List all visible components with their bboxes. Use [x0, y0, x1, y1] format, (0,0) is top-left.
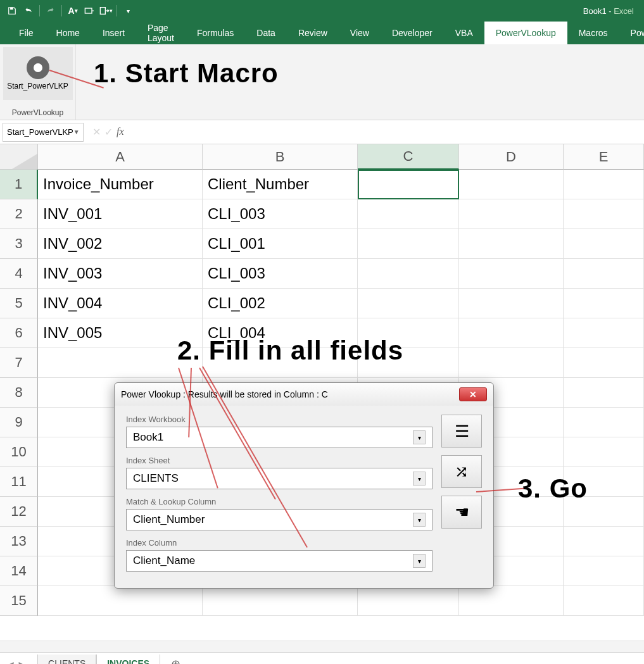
cell-D7[interactable]	[459, 348, 564, 378]
chevron-down-icon[interactable]: ▾	[413, 513, 426, 527]
export-icon[interactable]: ▾	[99, 4, 113, 18]
cell-D2[interactable]	[459, 199, 564, 229]
cell-C5[interactable]	[358, 289, 459, 318]
cell-B15[interactable]	[203, 586, 358, 616]
cell-A3[interactable]: INV_002	[38, 229, 203, 259]
ribbon-tab-review[interactable]: Review	[287, 22, 339, 44]
horizontal-scrollbar-area[interactable]	[0, 641, 644, 652]
cell-D15[interactable]	[459, 586, 564, 616]
ribbon-tab-insert[interactable]: Insert	[91, 22, 136, 44]
row-header[interactable]: 1	[0, 170, 38, 199]
ribbon-tab-formulas[interactable]: Formulas	[186, 22, 245, 44]
dialog-close-button[interactable]: ✕	[459, 387, 487, 401]
cell-B1[interactable]: Client_Number	[203, 170, 358, 199]
ribbon-tab-power[interactable]: Power	[619, 22, 644, 44]
col-header-C[interactable]: C	[358, 144, 459, 170]
col-header-A[interactable]: A	[38, 144, 203, 170]
row-header[interactable]: 12	[0, 497, 38, 527]
dialog-menu-button[interactable]: ☰	[441, 415, 482, 448]
select-match-lookup[interactable]: Client_Number ▾	[126, 509, 432, 530]
row-header[interactable]: 7	[0, 348, 38, 378]
ribbon-tab-macros[interactable]: Macros	[567, 22, 619, 44]
row-header[interactable]: 11	[0, 467, 38, 497]
cell-D1[interactable]	[459, 170, 564, 199]
cell-C3[interactable]	[358, 229, 459, 259]
dialog-title-bar[interactable]: Power Vlookup : Results will be stored i…	[115, 383, 493, 406]
select-all-triangle[interactable]	[0, 144, 38, 170]
dialog-pointer-button[interactable]: ☚	[441, 496, 482, 529]
cell-E6[interactable]	[564, 318, 644, 348]
cell-E7[interactable]	[564, 348, 644, 378]
ribbon-tab-view[interactable]: View	[339, 22, 381, 44]
row-header[interactable]: 13	[0, 527, 38, 556]
cell-B5[interactable]: CLI_002	[203, 289, 358, 318]
ribbon-tab-vba[interactable]: VBA	[444, 22, 484, 44]
row-header[interactable]: 10	[0, 437, 38, 467]
select-index-sheet[interactable]: CLIENTS ▾	[126, 468, 432, 489]
cell-E10[interactable]	[564, 437, 644, 467]
cell-E13[interactable]	[564, 527, 644, 556]
ribbon-tab-page-layout[interactable]: Page Layout	[136, 22, 186, 44]
cell-C2[interactable]	[358, 199, 459, 229]
qat-more-icon[interactable]: ▾	[121, 4, 135, 18]
cell-D3[interactable]	[459, 229, 564, 259]
cell-B4[interactable]: CLI_003	[203, 259, 358, 289]
new-sheet-button[interactable]: ⊕	[167, 655, 184, 664]
cell-E8[interactable]	[564, 378, 644, 408]
sheet-tab-invoices[interactable]: INVOICES	[96, 655, 160, 664]
cell-E9[interactable]	[564, 408, 644, 437]
font-size-icon[interactable]: A▾	[66, 4, 80, 18]
cancel-formula-icon[interactable]: ✕	[92, 126, 101, 138]
accept-formula-icon[interactable]: ✓	[104, 126, 113, 138]
cell-E3[interactable]	[564, 229, 644, 259]
col-header-B[interactable]: B	[203, 144, 358, 170]
cell-A5[interactable]: INV_004	[38, 289, 203, 318]
row-header[interactable]: 3	[0, 229, 38, 259]
save-icon[interactable]	[5, 4, 19, 18]
col-header-E[interactable]: E	[564, 144, 644, 170]
row-header[interactable]: 9	[0, 408, 38, 437]
select-index-column[interactable]: Client_Name ▾	[126, 550, 432, 572]
cell-D5[interactable]	[459, 289, 564, 318]
cell-E5[interactable]	[564, 289, 644, 318]
name-box[interactable]: Start_PowerVLKP ▼	[3, 123, 84, 142]
cell-B3[interactable]: CLI_001	[203, 229, 358, 259]
sheet-nav[interactable]: ◄ ►	[8, 660, 37, 664]
redo-icon[interactable]	[44, 4, 58, 18]
row-header[interactable]: 2	[0, 199, 38, 229]
row-header[interactable]: 5	[0, 289, 38, 318]
sheet-tab-clients[interactable]: CLIENTS	[37, 655, 96, 664]
ribbon-tab-data[interactable]: Data	[245, 22, 287, 44]
touch-mode-icon[interactable]	[82, 4, 96, 18]
cell-C4[interactable]	[358, 259, 459, 289]
cell-C1[interactable]	[358, 170, 459, 199]
cell-C15[interactable]	[358, 586, 459, 616]
ribbon-tab-home[interactable]: Home	[45, 22, 91, 44]
cell-A1[interactable]: Invoice_Number	[38, 170, 203, 199]
row-header[interactable]: 4	[0, 259, 38, 289]
cell-E2[interactable]	[564, 199, 644, 229]
cell-E4[interactable]	[564, 259, 644, 289]
row-header[interactable]: 8	[0, 378, 38, 408]
cell-D6[interactable]	[459, 318, 564, 348]
chevron-down-icon[interactable]: ▾	[413, 430, 426, 444]
cell-E1[interactable]	[564, 170, 644, 199]
cell-E15[interactable]	[564, 586, 644, 616]
ribbon-tab-powervlookup[interactable]: PowerVLookup	[484, 22, 567, 44]
col-header-D[interactable]: D	[459, 144, 564, 170]
select-index-workbook[interactable]: Book1 ▾	[126, 427, 432, 448]
undo-icon[interactable]	[22, 4, 35, 18]
cell-A15[interactable]	[38, 586, 203, 616]
cell-D4[interactable]	[459, 259, 564, 289]
formula-input[interactable]	[130, 123, 644, 142]
fx-icon[interactable]: fx	[117, 126, 124, 138]
chevron-down-icon[interactable]: ▾	[413, 472, 426, 485]
cell-E14[interactable]	[564, 556, 644, 586]
cell-B2[interactable]: CLI_003	[203, 199, 358, 229]
chevron-down-icon[interactable]: ▾	[413, 554, 426, 568]
cell-A2[interactable]: INV_001	[38, 199, 203, 229]
dialog-go-button[interactable]: ⤮	[441, 455, 482, 488]
name-box-dropdown-icon[interactable]: ▼	[73, 128, 80, 135]
ribbon-tab-developer[interactable]: Developer	[381, 22, 444, 44]
cell-A4[interactable]: INV_003	[38, 259, 203, 289]
